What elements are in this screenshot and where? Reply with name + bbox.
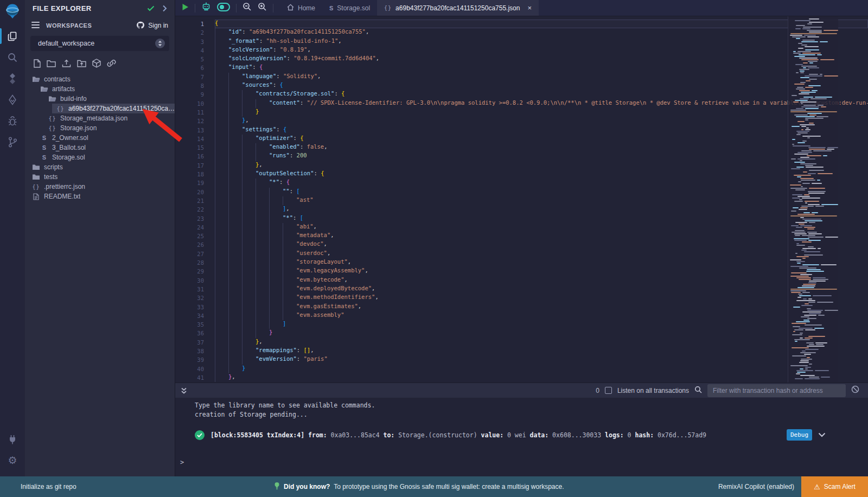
chevron-right-icon[interactable]: [162, 5, 167, 12]
code-line[interactable]: "runs": 200: [215, 152, 868, 161]
code-line[interactable]: "enabled": false,: [215, 143, 868, 152]
zoom-in-icon[interactable]: [258, 2, 267, 14]
code-line[interactable]: },: [215, 338, 868, 347]
solidity-compiler-icon[interactable]: [0, 68, 25, 89]
code-line[interactable]: "userdoc",: [215, 250, 868, 258]
tab-storage-sol[interactable]: S Storage.sol: [322, 0, 377, 16]
code-line[interactable]: "_format": "hh-sol-build-info-1",: [215, 37, 868, 46]
plugin-manager-icon[interactable]: [0, 429, 25, 450]
tree-item-artifacts[interactable]: artifacts: [25, 84, 175, 94]
terminal-collapse-icon[interactable]: [181, 387, 187, 394]
tree-item-storage-metadata-json[interactable]: {}Storage_metadata.json: [25, 113, 175, 123]
code-line[interactable]: },: [215, 373, 868, 382]
upload-file-icon[interactable]: [62, 59, 71, 68]
code-line[interactable]: "evm.methodIdentifiers",: [215, 294, 868, 302]
terminal-prompt[interactable]: >: [180, 458, 184, 466]
transaction-row[interactable]: [block:5583405 txIndex:4] from: 0xa03...…: [195, 429, 826, 441]
terminal-body[interactable]: Type the library name to see available c…: [175, 398, 868, 476]
tree-item-tests[interactable]: tests: [25, 172, 175, 182]
transaction-filter-input[interactable]: [707, 384, 846, 397]
code-line[interactable]: ]: [215, 320, 868, 329]
zoom-out-icon[interactable]: [242, 2, 252, 14]
copilot-toggle-icon[interactable]: [217, 3, 230, 14]
code-line[interactable]: "evm.assembly": [215, 311, 868, 320]
code-line[interactable]: "sources": {: [215, 81, 868, 90]
debugger-icon[interactable]: [0, 110, 25, 131]
code-line[interactable]: "outputSelection": {: [215, 170, 868, 179]
code-line[interactable]: "evm.legacyAssembly",: [215, 267, 868, 276]
settings-icon[interactable]: ⚙: [0, 450, 25, 471]
code-line[interactable]: "settings": {: [215, 126, 868, 135]
code-line[interactable]: "evm.gasEstimates",: [215, 303, 868, 311]
code-line[interactable]: {: [215, 20, 868, 28]
code-line[interactable]: "contracts/Storage.sol": {: [215, 90, 868, 99]
remix-logo[interactable]: [4, 3, 21, 20]
tree-item-2-owner-sol[interactable]: S2_Owner.sol: [25, 133, 175, 143]
code-line[interactable]: "*": [: [215, 214, 868, 223]
copilot-status[interactable]: RemixAI Copilot (enabled): [718, 483, 794, 490]
new-file-icon[interactable]: [34, 59, 41, 68]
run-script-icon[interactable]: [182, 3, 189, 13]
tree-item-build-info[interactable]: build-info: [25, 94, 175, 104]
code-line[interactable]: "id": "a69b43f277ba20fcac141151250ca755"…: [215, 28, 868, 37]
close-tab-icon[interactable]: ×: [527, 4, 532, 11]
code-line[interactable]: }: [215, 365, 868, 373]
code-line[interactable]: "content": "// SPDX-License-Identifier: …: [215, 99, 868, 108]
tree-item-storage-sol[interactable]: SStorage.sol: [25, 152, 175, 162]
code-line[interactable]: "optimizer": {: [215, 135, 868, 143]
code-content[interactable]: {"id": "a69b43f277ba20fcac141151250ca755…: [215, 20, 868, 382]
file-explorer-icon[interactable]: [0, 26, 25, 47]
code-line[interactable]: "metadata",: [215, 232, 868, 240]
workspaces-menu-icon[interactable]: [31, 21, 40, 30]
tree-item-readme-txt[interactable]: README.txt: [25, 192, 175, 201]
new-folder-icon[interactable]: [47, 60, 56, 67]
github-sign-in-button[interactable]: Sign in: [136, 21, 168, 30]
code-line[interactable]: "*": {: [215, 179, 868, 187]
code-line[interactable]: "input": {: [215, 63, 868, 72]
code-line[interactable]: },: [215, 161, 868, 170]
code-line[interactable]: "": [: [215, 188, 868, 196]
upload-folder-icon[interactable]: [77, 59, 86, 67]
line-number: 2: [175, 28, 204, 37]
workspace-select[interactable]: default_workspace: [30, 36, 169, 51]
terminal-log-line: Type the library name to see available c…: [195, 401, 375, 410]
code-line[interactable]: "remappings": [],: [215, 347, 868, 355]
code-line[interactable]: "solcLongVersion": "0.8.19+commit.7dd6d4…: [215, 55, 868, 63]
ai-assistant-robot-icon[interactable]: [201, 2, 211, 14]
code-line[interactable]: "abi",: [215, 223, 868, 232]
tree-item-prettierrc-json[interactable]: {}.prettierrc.json: [25, 182, 175, 192]
clear-console-icon[interactable]: [851, 385, 859, 396]
tip-text: To prototype using the Gnosis safe multi…: [334, 483, 564, 490]
listen-all-transactions-checkbox[interactable]: [605, 387, 612, 394]
code-line[interactable]: "evm.bytecode",: [215, 276, 868, 285]
code-line[interactable]: "language": "Solidity",: [215, 73, 868, 81]
import-ipfs-icon[interactable]: [92, 59, 101, 68]
scam-alert-badge[interactable]: ⚠ Scam Alert: [801, 476, 868, 497]
tab-home[interactable]: Home: [280, 0, 322, 16]
code-line[interactable]: "storageLayout",: [215, 258, 868, 267]
code-line[interactable]: "solcVersion": "0.8.19",: [215, 46, 868, 55]
git-init-status[interactable]: Initialize as git repo: [21, 483, 76, 490]
code-line[interactable]: }: [215, 108, 868, 117]
code-line[interactable]: "devdoc",: [215, 240, 868, 249]
tree-item-contracts[interactable]: contracts: [25, 74, 175, 84]
tree-item-a69b43f277ba20fcac141151250ca7[interactable]: {}a69b43f277ba20fcac141151250ca7...: [25, 104, 175, 113]
code-line[interactable]: }: [215, 329, 868, 337]
tree-item-storage-json[interactable]: {}Storage.json: [25, 123, 175, 133]
tree-item-3-ballot-sol[interactable]: S3_Ballot.sol: [25, 143, 175, 152]
expand-transaction-icon[interactable]: [818, 432, 826, 437]
import-url-icon[interactable]: [107, 59, 116, 67]
code-line[interactable]: "evmVersion": "paris": [215, 355, 868, 364]
minimap[interactable]: [788, 16, 838, 383]
git-icon[interactable]: [0, 131, 25, 152]
tree-item-scripts[interactable]: scripts: [25, 162, 175, 172]
code-line[interactable]: ],: [215, 205, 868, 214]
code-line[interactable]: "evm.deployedBytecode",: [215, 285, 868, 294]
code-line[interactable]: },: [215, 117, 868, 125]
debug-button[interactable]: Debug: [787, 429, 812, 441]
search-icon[interactable]: [0, 47, 25, 68]
code-line[interactable]: "ast": [215, 196, 868, 205]
tab-build-info-json[interactable]: {} a69b43f277ba20fcac141151250ca755.json…: [377, 0, 539, 16]
line-number: 31: [175, 285, 204, 294]
deploy-and-run-icon[interactable]: [0, 89, 25, 110]
